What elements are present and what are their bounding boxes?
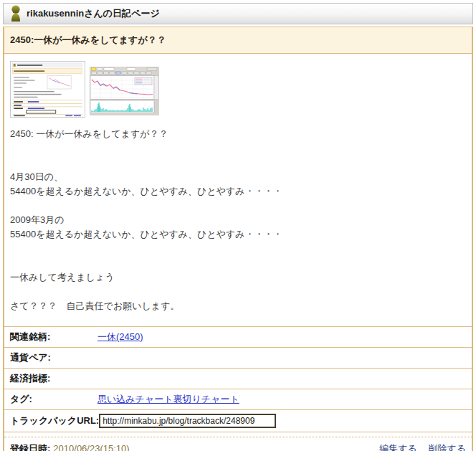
footer-actions: 編集する 削除する: [371, 442, 466, 451]
tag-link[interactable]: 思い込みチャート裏切りチャート: [97, 394, 239, 404]
body-line: [10, 199, 466, 213]
diary-page: rikakusenninさんの日記ページ 2450:一休が一休みをしてますが？？: [0, 0, 476, 451]
body-line: 54400を超えるか超えないか、ひとやすみ、ひとやすみ・・・・: [10, 184, 466, 199]
meta-label: タグ:: [10, 393, 97, 406]
entry-footer: 登録日時:2010/06/23(15:10) 編集する 削除する: [4, 437, 472, 451]
date-value: 2010/06/23(15:10): [53, 443, 129, 451]
meta-label: 経済指標:: [10, 372, 97, 385]
body-line: 55400を超えるか超えないか、ひとやすみ、ひとやすみ・・・・: [10, 227, 466, 242]
meta-row-tags: タグ: 思い込みチャート裏切りチャート: [4, 389, 472, 409]
page-header: rikakusenninさんの日記ページ: [3, 3, 473, 24]
delete-link[interactable]: 削除する: [428, 443, 466, 451]
body-line: 2450: 一休が一休みをしてますが？？: [10, 127, 466, 141]
entry-thumbnails: [10, 61, 466, 120]
meta-row-economic-indicator: 経済指標:: [4, 368, 472, 389]
body-line: 一休みして考えましょう: [10, 270, 466, 285]
stock-chart-image: [90, 67, 159, 115]
date-label: 登録日時:: [10, 443, 50, 451]
edit-link[interactable]: 編集する: [379, 443, 417, 451]
body-line: [10, 285, 466, 299]
meta-label: 関連銘柄:: [10, 331, 97, 343]
meta-label: トラックバックURL:: [10, 414, 99, 427]
body-line: [10, 256, 466, 270]
meta-row-related-stock: 関連銘柄: 一休(2450): [4, 326, 472, 347]
entry-title: 2450:一休が一休みをしてますが？？: [4, 27, 472, 54]
person-icon: [9, 5, 22, 22]
trackback-url-input[interactable]: [99, 414, 276, 428]
body-line: [10, 156, 466, 170]
body-line: 2009年3月の: [10, 213, 466, 227]
mini-blog-page-image: [10, 61, 85, 118]
body-line: [10, 242, 466, 256]
entry-body-text: 2450: 一休が一休みをしてますが？？ 4月30日の、 54400を超えるか超…: [10, 127, 466, 313]
meta-row-trackback: トラックバックURL:: [4, 409, 472, 432]
blog-page-thumbnail-link[interactable]: [10, 61, 85, 118]
page-title: rikakusenninさんの日記ページ: [27, 7, 160, 20]
meta-table: 関連銘柄: 一休(2450) 通貨ペア: 経済指標: タグ: 思い込みチャート裏…: [4, 326, 472, 432]
meta-label: 通貨ペア:: [10, 351, 97, 364]
meta-row-currency-pair: 通貨ペア:: [4, 347, 472, 368]
entry-body: 2450: 一休が一休みをしてますが？？ 4月30日の、 54400を超えるか超…: [4, 54, 472, 326]
body-line: 4月30日の、: [10, 170, 466, 184]
body-line: さて？？？ 自己責任でお願いします。: [10, 299, 466, 313]
body-line: [10, 141, 466, 156]
stock-chart-thumbnail-link[interactable]: [85, 61, 159, 115]
related-stock-link[interactable]: 一休(2450): [97, 331, 143, 342]
diary-panel: 2450:一休が一休みをしてますが？？: [3, 27, 473, 451]
registration-date: 登録日時:2010/06/23(15:10): [10, 442, 130, 451]
